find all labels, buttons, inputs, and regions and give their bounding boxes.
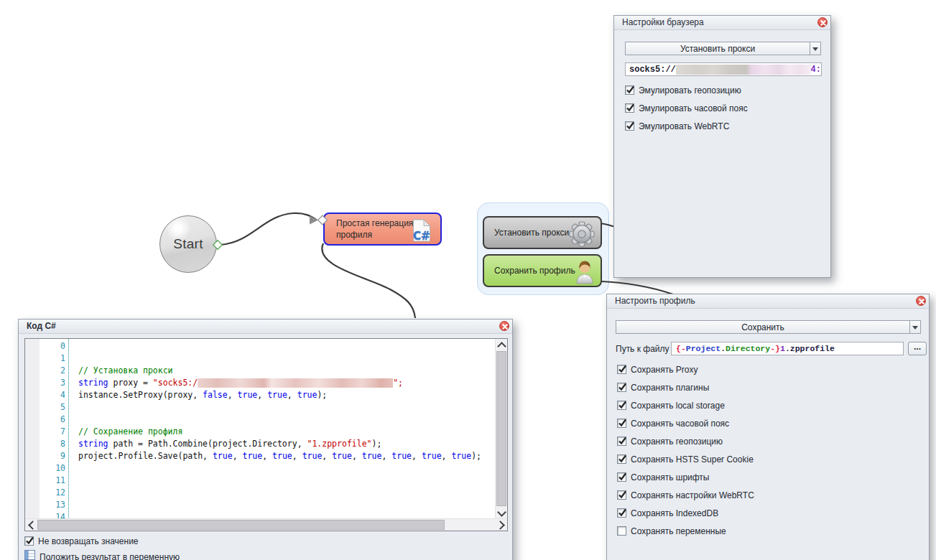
horizontal-scroll-thumb[interactable] [37,520,445,530]
browser-settings-title: Настройки браузера [622,17,704,27]
proxy-url-input[interactable]: socks5://4: [625,62,822,76]
checkbox-label: Сохранять IndexedDB [631,508,718,518]
code-line: 9project.Profile.Save(path, true, true, … [25,449,496,462]
profile-generation-node-label: Простая генерация профиля [325,218,421,241]
wire-start-to-gen [221,213,317,245]
text-segment: string [78,439,108,449]
browse-button[interactable]: ... [908,342,927,355]
checkbox-label: Не возвращать значение [38,536,139,546]
redacted-text [198,378,393,388]
browser-settings-checkbox-list: Эмулировать геопозициюЭмулировать часово… [625,81,748,135]
checkbox-save-fonts[interactable] [617,472,626,482]
text-segment: "socks5:/ [153,378,198,388]
checkbox-save-timezone[interactable] [617,419,626,428]
code-line: 8string path = Path.Combine(project.Dire… [25,437,496,449]
checkbox-save-webrtc-settings[interactable] [617,490,626,500]
profile-checkbox-list: Сохранять ProxyСохранять плагиныСохранят… [617,360,754,540]
checkbox-label: Эмулировать геопозицию [639,85,741,95]
file-path-input[interactable]: {-Project.Directory-}1.zpprofile [671,342,904,355]
set-proxy-action-button[interactable]: Установить прокси [625,42,821,55]
checkbox-emulate-timezone[interactable] [625,103,634,113]
save-action-button[interactable]: Сохранить [616,320,921,334]
browser-settings-titlebar[interactable]: Настройки браузера [614,16,830,30]
code-line: 0 [25,340,496,352]
checkbox-no-return-value[interactable] [24,536,34,546]
start-node-label: Start [173,236,203,252]
scroll-right-button[interactable] [496,519,507,531]
checkbox-row-save-indexeddb: Сохранять IndexedDB [617,504,754,522]
checkbox-save-geoposition[interactable] [617,437,626,446]
checkbox-row-save-hsts-super-cookie: Сохранять HSTS Super Cookie [617,450,754,468]
checkbox-label: Сохранять часовой пояс [631,419,729,429]
close-icon[interactable] [817,17,828,27]
checkbox-label: Сохранять local storage [631,401,725,411]
text-segment: true [422,451,442,461]
checkbox-label: Сохранять настройки WebRTC [631,490,754,500]
arrowhead [310,216,318,225]
line-number: 7 [25,426,65,437]
checkbox-save-variables[interactable] [617,526,626,536]
browser-settings-panel: Настройки браузера Установить прокси soc… [613,15,831,278]
svg-text:C#: C# [413,230,430,242]
code-line: 4instance.SetProxy(proxy, false, true, t… [25,388,496,401]
person-icon [575,259,594,287]
set-proxy-node[interactable]: Установить прокси [483,216,602,249]
checkbox-save-proxy[interactable] [617,365,626,374]
text-segment: ); [471,451,481,461]
line-number: 8 [25,439,65,449]
text-segment: // Установка прокси [78,365,173,375]
scroll-down-button[interactable] [496,508,507,519]
code-text: // Установка прокси [65,365,173,375]
profile-settings-titlebar[interactable]: Настроить профиль [607,294,929,309]
text-segment: "; [393,378,403,388]
csharp-code-titlebar[interactable]: Код C# [19,319,512,334]
save-profile-node[interactable]: Сохранить профиль [483,254,602,287]
checkbox-save-local-storage[interactable] [617,401,626,410]
scroll-up-button[interactable] [496,339,507,350]
code-editor[interactable]: 012// Установка прокси3string proxy = "s… [24,338,508,531]
scroll-left-button[interactable] [25,519,37,531]
code-line: 6 [25,413,496,425]
checkbox-row-save-fonts: Сохранять шрифты [617,468,754,486]
line-number: 11 [25,475,65,485]
text-segment: 1 [780,344,785,353]
file-path-label: Путь к файлу [616,344,669,354]
close-icon[interactable] [499,321,509,331]
line-number: 5 [25,402,65,412]
text-segment: , [442,451,452,461]
checkbox-save-hsts-super-cookie[interactable] [617,454,626,464]
horizontal-scrollbar[interactable] [25,518,507,531]
checkbox-row-save-timezone: Сохранять часовой пояс [617,414,754,432]
no-return-checkbox-container: Не возвращать значение [24,532,180,550]
text-segment: project.Profile.Save(path, [78,451,213,461]
text-segment: true [213,451,233,461]
line-number: 1 [25,353,65,363]
dropdown-arrow-icon[interactable] [810,42,820,55]
text-segment: , [292,451,302,461]
profile-settings-title: Настроить профиль [615,296,695,306]
set-proxy-node-label: Установить прокси [484,228,569,238]
checkbox-emulate-geoposition[interactable] [625,85,634,95]
start-node[interactable]: Start [159,215,217,273]
flowchart-canvas: Start Простая генерация профиля C# Устан… [0,0,936,560]
text-segment: true [267,390,287,400]
line-number: 2 [25,365,65,375]
profile-generation-node[interactable]: Простая генерация профиля C# [323,213,442,246]
text-segment: true [302,451,323,461]
vertical-scroll-thumb[interactable] [496,351,506,506]
dropdown-arrow-icon[interactable] [909,321,920,333]
checkbox-label: Эмулировать WebRTC [639,121,729,131]
close-icon[interactable] [916,296,926,306]
checkbox-row-save-local-storage: Сохранять local storage [617,396,754,414]
checkbox-emulate-webrtc[interactable] [625,121,634,131]
result-variable-row: Положить результат в переменную [24,551,180,560]
code-lines: 012// Установка прокси3string proxy = "s… [25,340,496,519]
code-editor-content[interactable]: 012// Установка прокси3string proxy = "s… [25,339,496,519]
wire-save-to-panel [602,281,673,294]
text-segment: , [352,451,362,461]
checkbox-save-plugins[interactable] [617,383,626,392]
vertical-scrollbar[interactable] [495,339,507,519]
csharp-code-panel: Код C# 012// Установка прокси3string pro… [18,319,513,560]
checkbox-save-indexeddb[interactable] [617,508,626,518]
variable-icon [24,550,35,560]
